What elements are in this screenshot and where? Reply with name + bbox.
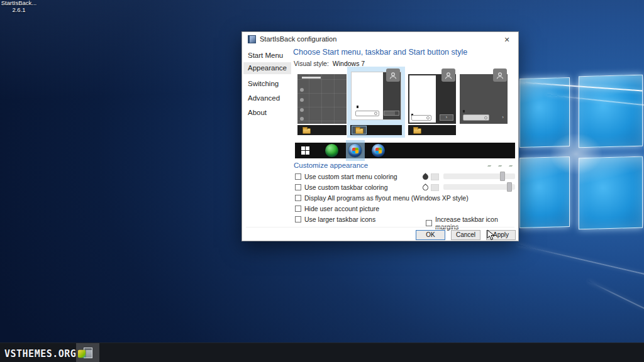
person-silhouette-icon	[389, 71, 397, 80]
sidebar-item-about[interactable]: About	[243, 107, 291, 119]
mouse-cursor-icon	[487, 229, 494, 241]
user-picture-icon	[386, 69, 400, 82]
windows-7-orb-icon-selected[interactable]	[348, 144, 362, 157]
user-picture-icon	[441, 69, 455, 82]
preview-menu-header	[302, 77, 321, 79]
startisback-app-icon	[248, 35, 256, 43]
sidebar-item-start-menu[interactable]: Start Menu	[243, 50, 291, 62]
checkbox-label: Increase taskbar icon margins	[435, 216, 518, 231]
shutdown-button-preview	[384, 111, 399, 116]
footer-divider	[246, 227, 514, 228]
taskbar-color-swatch[interactable]	[431, 184, 439, 191]
light-beam	[517, 244, 644, 275]
folder-icon	[355, 128, 364, 134]
checkbox[interactable]	[295, 206, 301, 212]
checkbox-label: Display All programs as flyout menu (Win…	[304, 194, 469, 202]
person-silhouette-icon	[496, 71, 504, 80]
checkbox[interactable]	[295, 216, 301, 222]
power-icon	[300, 117, 304, 121]
desktop-icon-label-line1: StartIsBack...	[0, 0, 38, 6]
dialog-title: StartIsBack configuration	[260, 35, 336, 43]
page-title: Choose Start menu, taskbar and Start but…	[293, 48, 467, 57]
tick-mark	[498, 163, 504, 167]
cursor-dot	[357, 106, 358, 108]
checkbox-row-larger-taskbar-icons[interactable]: Use larger taskbar icons	[295, 216, 375, 223]
search-box-preview	[463, 114, 489, 121]
visual-style-label: Visual style:	[294, 60, 329, 67]
flag-pane	[306, 146, 309, 150]
settings-icon	[300, 108, 304, 112]
expand-chevron: ›	[502, 114, 504, 120]
checkbox-label: Hide user account picture	[304, 205, 379, 212]
sidebar-item-switching[interactable]: Switching	[243, 78, 291, 90]
startisback-configuration-dialog: StartIsBack configuration ✕ Start Menu A…	[242, 31, 519, 241]
checkbox-row-increase-icon-margins[interactable]: Increase taskbar icon margins	[426, 216, 518, 231]
watermark: VSTHEMES.ORG	[4, 348, 86, 360]
start-menu-color-swatch[interactable]	[431, 173, 439, 180]
start-button-style-strip	[295, 143, 515, 158]
cancel-button[interactable]: Cancel	[451, 230, 480, 240]
taskbar-preview-1	[297, 125, 347, 135]
customize-appearance-heading: Customize appearance	[294, 162, 368, 169]
flag-pane	[301, 146, 305, 150]
desktop-icon-label-line2: 2.6.1	[0, 6, 38, 13]
checkbox-label: Use custom taskbar coloring	[304, 184, 387, 191]
checkbox-row-hide-user-picture[interactable]: Hide user account picture	[295, 205, 379, 212]
search-box-preview	[411, 115, 431, 121]
windows-7-flag-icon	[352, 148, 358, 153]
search-box-preview	[355, 111, 379, 116]
checkbox-row-start-menu-coloring[interactable]: Use custom start menu coloring	[295, 173, 397, 180]
sidebar-item-appearance[interactable]: Appearance	[243, 62, 291, 74]
slider-thumb[interactable]	[500, 172, 505, 181]
checkbox[interactable]	[295, 173, 301, 180]
checkbox-label: Use larger taskbar icons	[304, 216, 375, 223]
style-preview-windows10[interactable]	[297, 74, 347, 124]
checkbox[interactable]	[426, 220, 432, 226]
sidebar-item-advanced[interactable]: Advanced	[243, 92, 291, 104]
light-beam	[588, 280, 644, 309]
taskbar	[0, 343, 644, 362]
folder-button	[299, 126, 314, 134]
taskbar-preview-3	[408, 125, 456, 135]
checkbox-label: Use custom start menu coloring	[304, 173, 397, 180]
slider-tick-marks	[489, 163, 513, 167]
flag-pane	[306, 151, 309, 155]
desktop-icon-startisback[interactable]: StartIsBack... 2.6.1	[0, 0, 38, 13]
desktop: StartIsBack... 2.6.1 VSTHEMES.ORG StartI…	[0, 0, 644, 362]
person-silhouette-icon	[444, 71, 453, 80]
close-icon[interactable]: ✕	[501, 35, 513, 45]
windows-7-orb-alt-icon[interactable]	[372, 144, 385, 157]
tick-mark	[509, 163, 514, 167]
dialog-titlebar[interactable]: StartIsBack configuration ✕	[242, 32, 518, 46]
start-menu-opacity-slider[interactable]	[443, 173, 515, 179]
checkbox-row-flyout-menu[interactable]: Display All programs as flyout menu (Win…	[295, 194, 469, 202]
folder-button-highlighted	[352, 126, 367, 134]
windows-7-flag-icon	[375, 148, 382, 153]
magnifier-icon	[426, 116, 430, 119]
logo-center-glow	[550, 133, 602, 175]
flag-pane	[301, 151, 305, 155]
ok-button[interactable]: OK	[416, 230, 445, 240]
green-orb-icon[interactable]	[325, 144, 338, 157]
checkbox[interactable]	[295, 184, 301, 190]
taskbar-opacity-slider[interactable]	[443, 184, 515, 190]
folder-icon	[303, 128, 311, 134]
folder-button	[409, 126, 425, 134]
cursor-dot	[463, 110, 465, 112]
checkbox[interactable]	[295, 195, 301, 201]
tick-mark	[487, 163, 493, 167]
droplet-outline-icon	[421, 184, 430, 192]
user-picture-icon	[493, 69, 507, 82]
droplet-filled-icon	[421, 173, 430, 181]
slider-thumb[interactable]	[507, 182, 512, 192]
taskbar-preview-2	[350, 125, 402, 135]
shutdown-button-preview: ›	[440, 114, 453, 121]
checkbox-row-taskbar-coloring[interactable]: Use custom taskbar coloring	[295, 184, 387, 191]
user-icon	[300, 88, 304, 92]
folder-icon	[413, 128, 421, 134]
magnifier-icon	[484, 116, 487, 119]
windows-10-flag-icon[interactable]	[301, 146, 309, 155]
pictures-icon	[300, 98, 304, 102]
magnifier-icon	[374, 112, 377, 115]
watermark-logo-icon	[78, 350, 86, 358]
